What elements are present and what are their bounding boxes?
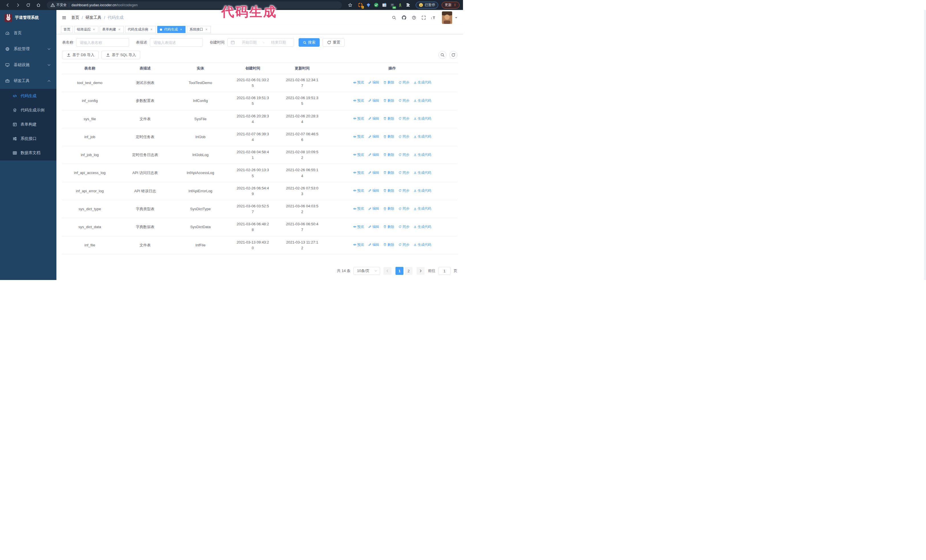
sidebar-item-infra[interactable]: 基础设施 — [0, 57, 56, 73]
sync-link[interactable]: 同步 — [398, 152, 409, 157]
delete-link[interactable]: 删除 — [383, 170, 394, 175]
update-button[interactable]: 更新 ⋮ — [442, 2, 460, 9]
preview-link[interactable]: 预览 — [353, 224, 364, 229]
table-name-input[interactable] — [76, 38, 129, 47]
preview-link[interactable]: 预览 — [353, 134, 364, 139]
generate-code-link[interactable]: 生成代码 — [413, 170, 431, 175]
table-row[interactable]: inf_api_error_log API 错误日志 InfApiErrorLo… — [62, 182, 457, 200]
preview-link[interactable]: 预览 — [353, 152, 364, 157]
sidebar-item-system[interactable]: 系统管理 — [0, 41, 56, 57]
preview-link[interactable]: 预览 — [353, 116, 364, 121]
edit-link[interactable]: 编辑 — [368, 242, 379, 248]
sidebar-item-devtools[interactable]: 研发工具 — [0, 73, 56, 89]
table-row[interactable]: sys_dict_data 字典数据表 SysDictData 2021-03-… — [62, 218, 457, 236]
generate-code-link[interactable]: 生成代码 — [413, 152, 431, 157]
tab-链路追踪[interactable]: 链路追踪 × — [74, 26, 98, 33]
ext-check-icon[interactable] — [374, 3, 379, 8]
date-range-picker[interactable]: 开始日期 - 结束日期 — [227, 38, 294, 47]
import-sql-button[interactable]: 基于 SQL 导入 — [101, 51, 140, 59]
sync-link[interactable]: 同步 — [398, 224, 409, 229]
sync-link[interactable]: 同步 — [398, 134, 409, 139]
sidebar-item-form-build[interactable]: 表单构建 — [0, 117, 56, 131]
search-icon[interactable] — [392, 15, 396, 20]
sync-link[interactable]: 同步 — [398, 98, 409, 103]
address-bar[interactable]: 不安全 dashboard.yudao.iocoder.cn/tool/code… — [47, 2, 342, 9]
app-logo[interactable]: 芋道管理系统 — [0, 10, 56, 25]
page-size-select[interactable]: 10条/页 — [353, 267, 380, 275]
sidebar-item-codegen-example[interactable]: 代码生成示例 — [0, 103, 56, 117]
preview-link[interactable]: 预览 — [353, 206, 364, 211]
sync-link[interactable]: 同步 — [398, 206, 409, 211]
table-row[interactable]: sys_file 文件表 SysFile 2021-02-06 20:28:34… — [62, 110, 457, 128]
table-row[interactable]: inf_config 参数配置表 InfConfig 2021-02-06 19… — [62, 92, 457, 110]
github-icon[interactable] — [401, 15, 407, 20]
sync-link[interactable]: 同步 — [398, 116, 409, 121]
page-button-2[interactable]: 2 — [405, 267, 413, 275]
ext-dark-icon[interactable]: on — [390, 3, 395, 8]
preview-link[interactable]: 预览 — [353, 80, 364, 85]
edit-link[interactable]: 编辑 — [368, 98, 379, 103]
edit-link[interactable]: 编辑 — [368, 188, 379, 193]
sidebar-item-codegen[interactable]: 代码生成 — [0, 89, 56, 103]
sync-link[interactable]: 同步 — [398, 80, 409, 85]
reload-icon[interactable] — [24, 2, 32, 9]
search-button[interactable]: 搜索 — [299, 38, 320, 47]
close-icon[interactable]: × — [179, 28, 183, 31]
tab-表单构建[interactable]: 表单构建 × — [100, 26, 124, 33]
hamburger-icon[interactable] — [62, 15, 67, 20]
table-row[interactable]: tool_test_demo 测试示例表 ToolTestDemo 2021-0… — [62, 74, 457, 92]
table-desc-input[interactable] — [150, 38, 203, 47]
sidebar-item-db-doc[interactable]: 数据库文档 — [0, 146, 56, 160]
delete-link[interactable]: 删除 — [383, 116, 394, 121]
delete-link[interactable]: 删除 — [383, 188, 394, 193]
back-icon[interactable] — [3, 2, 12, 9]
table-row[interactable]: sys_dict_type 字典类型表 SysDictType 2021-03-… — [62, 200, 457, 218]
generate-code-link[interactable]: 生成代码 — [413, 188, 431, 193]
ext-person-icon[interactable] — [398, 3, 402, 8]
tab-系统接口[interactable]: 系统接口 × — [187, 26, 211, 33]
paused-badge[interactable]: 已暂停 — [416, 2, 438, 9]
preview-link[interactable]: 预览 — [353, 188, 364, 193]
table-row[interactable]: inf_file 文件表 InfFile 2021-03-13 09:43:20… — [62, 236, 457, 254]
table-row[interactable]: inf_job_log 定时任务日志表 InfJobLog 2021-02-08… — [62, 146, 457, 164]
goto-page-input[interactable] — [438, 267, 451, 275]
delete-link[interactable]: 删除 — [383, 224, 394, 229]
caret-down-icon[interactable] — [454, 16, 458, 20]
edit-link[interactable]: 编辑 — [368, 224, 379, 229]
forward-icon[interactable] — [14, 2, 22, 9]
delete-link[interactable]: 删除 — [383, 206, 394, 211]
close-icon[interactable]: × — [204, 28, 208, 31]
ext-orange-icon[interactable]: 1 — [358, 3, 363, 8]
delete-link[interactable]: 删除 — [383, 80, 394, 85]
sidebar-item-home[interactable]: 首页 — [0, 25, 56, 41]
bookmark-star-icon[interactable] — [346, 2, 354, 9]
import-db-button[interactable]: 基于 DB 导入 — [62, 51, 98, 59]
preview-link[interactable]: 预览 — [353, 98, 364, 103]
table-row[interactable]: inf_job 定时任务表 InfJob 2021-02-07 06:39:34… — [62, 128, 457, 146]
close-icon[interactable]: × — [117, 28, 121, 31]
breadcrumb-devtools[interactable]: 研发工具 — [85, 15, 101, 20]
prev-page-button[interactable] — [383, 267, 392, 275]
ext-grid-icon[interactable] — [382, 3, 387, 8]
close-icon[interactable]: × — [150, 28, 153, 31]
delete-link[interactable]: 删除 — [383, 242, 394, 248]
generate-code-link[interactable]: 生成代码 — [413, 134, 431, 139]
user-avatar[interactable] — [442, 11, 452, 24]
ext-diamond-icon[interactable] — [366, 3, 371, 8]
edit-link[interactable]: 编辑 — [368, 80, 379, 85]
sidebar-item-system-api[interactable]: 系统接口 — [0, 131, 56, 146]
reset-button[interactable]: 重置 — [322, 38, 345, 47]
edit-link[interactable]: 编辑 — [368, 134, 379, 139]
generate-code-link[interactable]: 生成代码 — [413, 80, 431, 85]
delete-link[interactable]: 删除 — [383, 152, 394, 157]
home-icon[interactable] — [34, 2, 43, 9]
page-button-1[interactable]: 1 — [395, 267, 404, 275]
breadcrumb-home[interactable]: 首页 — [71, 15, 79, 20]
font-size-icon[interactable]: tT — [431, 15, 437, 20]
generate-code-link[interactable]: 生成代码 — [413, 98, 431, 103]
close-icon[interactable]: × — [92, 28, 96, 31]
delete-link[interactable]: 删除 — [383, 134, 394, 139]
tab-代码生成示例[interactable]: 代码生成示例 × — [125, 26, 156, 33]
tab-代码生成[interactable]: 代码生成 × — [157, 26, 186, 33]
sync-link[interactable]: 同步 — [398, 188, 409, 193]
